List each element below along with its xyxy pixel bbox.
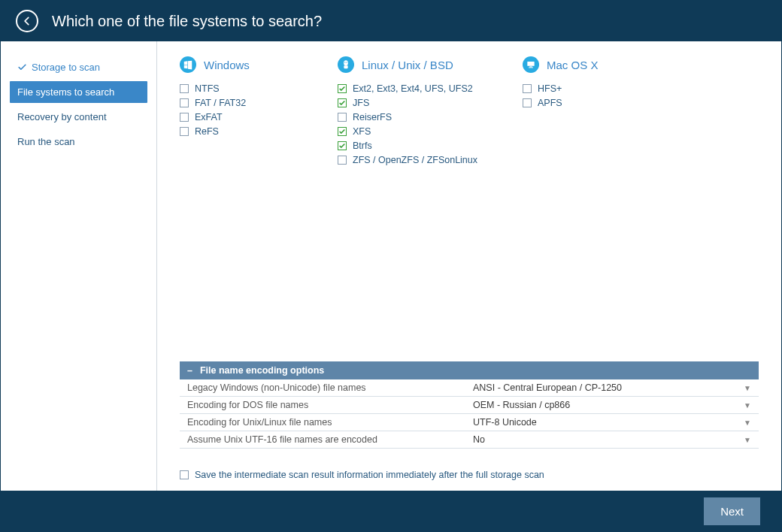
encoding-row: Assume Unix UTF-16 file names are encode… — [180, 431, 759, 449]
fs-label: Ext2, Ext3, Ext4, UFS, UFS2 — [353, 83, 473, 94]
filesystem-list-linux: Ext2, Ext3, Ext4, UFS, UFS2 JFS ReiserFS… — [338, 83, 477, 165]
collapse-icon: – — [187, 365, 192, 376]
fs-label: NTFS — [195, 83, 220, 94]
fs-label: APFS — [538, 98, 562, 108]
encoding-label: Encoding for Unix/Linux file names — [180, 414, 465, 431]
column-windows: Windows NTFS FAT / FAT32 ExFAT ReFS — [180, 56, 292, 165]
fs-apfs[interactable]: APFS — [523, 98, 635, 108]
body: Storage to scan File systems to search R… — [1, 41, 781, 491]
column-header: Linux / Unix / BSD — [338, 56, 477, 73]
fs-label: ReiserFS — [353, 112, 392, 122]
column-title: Linux / Unix / BSD — [362, 59, 453, 71]
column-header: Windows — [180, 56, 292, 73]
svg-point-2 — [347, 62, 347, 63]
fs-jfs[interactable]: JFS — [338, 98, 477, 108]
encoding-value-select[interactable]: ANSI - Central European / CP-1250▼ — [465, 379, 759, 396]
chevron-down-icon: ▼ — [744, 384, 751, 392]
linux-icon — [338, 56, 354, 73]
checkbox[interactable] — [180, 127, 189, 136]
page-title: Which one of the file systems to search? — [52, 13, 322, 30]
step-recovery-by-content[interactable]: Recovery by content — [10, 106, 147, 128]
step-file-systems[interactable]: File systems to search — [10, 81, 147, 103]
arrow-left-icon — [22, 16, 32, 26]
main: Windows NTFS FAT / FAT32 ExFAT ReFS Linu… — [157, 41, 781, 491]
spacer — [180, 165, 759, 354]
column-title: Mac OS X — [547, 59, 598, 71]
mac-icon — [523, 56, 539, 73]
encoding-panel: – File name encoding options Legacy Wind… — [180, 361, 759, 449]
sidebar: Storage to scan File systems to search R… — [1, 41, 157, 491]
chevron-down-icon: ▼ — [744, 401, 751, 410]
save-intermediate-label: Save the intermediate scan result inform… — [195, 470, 544, 480]
svg-point-0 — [344, 60, 348, 65]
fs-label: JFS — [353, 98, 369, 108]
encoding-label: Encoding for DOS file names — [180, 397, 465, 413]
windows-icon — [180, 56, 196, 73]
checkbox[interactable] — [523, 84, 532, 93]
encoding-row: Legacy Windows (non-Unicode) file names … — [180, 379, 759, 397]
fs-fat[interactable]: FAT / FAT32 — [180, 98, 292, 108]
fs-label: HFS+ — [538, 83, 562, 94]
encoding-label: Assume Unix UTF-16 file names are encode… — [180, 431, 465, 448]
fs-label: ZFS / OpenZFS / ZFSonLinux — [353, 155, 477, 165]
checkbox[interactable] — [338, 141, 347, 150]
fs-label: Btrfs — [353, 141, 372, 151]
filesystem-list-windows: NTFS FAT / FAT32 ExFAT ReFS — [180, 83, 292, 137]
step-label: Recovery by content — [17, 111, 107, 122]
fs-label: FAT / FAT32 — [195, 98, 246, 108]
step-label: Run the scan — [17, 136, 75, 147]
fs-refs[interactable]: ReFS — [180, 126, 292, 137]
fs-ntfs[interactable]: NTFS — [180, 83, 292, 94]
checkbox[interactable] — [180, 470, 189, 479]
encoding-title: File name encoding options — [200, 365, 324, 376]
step-run-the-scan[interactable]: Run the scan — [10, 131, 147, 153]
fs-btrfs[interactable]: Btrfs — [338, 141, 477, 151]
checkbox[interactable] — [338, 84, 347, 93]
save-intermediate-checkbox[interactable]: Save the intermediate scan result inform… — [180, 470, 759, 480]
checkbox[interactable] — [338, 113, 347, 122]
checkbox[interactable] — [338, 156, 347, 165]
fs-label: XFS — [353, 126, 371, 137]
fs-zfs[interactable]: ZFS / OpenZFS / ZFSonLinux — [338, 155, 477, 165]
column-header: Mac OS X — [523, 56, 635, 73]
checkbox[interactable] — [180, 113, 189, 122]
filesystem-columns: Windows NTFS FAT / FAT32 ExFAT ReFS Linu… — [180, 56, 759, 165]
encoding-header[interactable]: – File name encoding options — [180, 361, 759, 379]
checkbox[interactable] — [338, 98, 347, 107]
encoding-row: Encoding for DOS file names OEM - Russia… — [180, 397, 759, 414]
column-title: Windows — [204, 59, 250, 71]
chevron-down-icon: ▼ — [744, 436, 751, 444]
checkbox[interactable] — [523, 98, 532, 107]
step-label: File systems to search — [17, 86, 114, 98]
encoding-label: Legacy Windows (non-Unicode) file names — [180, 379, 465, 396]
fs-exfat[interactable]: ExFAT — [180, 112, 292, 122]
fs-label: ExFAT — [195, 112, 223, 122]
encoding-value-select[interactable]: OEM - Russian / cp866▼ — [465, 397, 759, 413]
back-button[interactable] — [16, 10, 38, 32]
svg-rect-4 — [529, 66, 532, 67]
checkbox[interactable] — [180, 98, 189, 107]
check-icon — [17, 62, 27, 72]
encoding-row: Encoding for Unix/Linux file names UTF-8… — [180, 414, 759, 431]
encoding-value-select[interactable]: No▼ — [465, 431, 759, 448]
encoding-value-select[interactable]: UTF-8 Unicode▼ — [465, 414, 759, 431]
fs-reiserfs[interactable]: ReiserFS — [338, 112, 477, 122]
footer: Next — [1, 491, 781, 532]
svg-point-1 — [344, 62, 345, 63]
fs-hfs[interactable]: HFS+ — [523, 83, 635, 94]
next-button[interactable]: Next — [704, 497, 760, 525]
step-storage-to-scan[interactable]: Storage to scan — [10, 56, 147, 78]
svg-rect-3 — [527, 62, 534, 66]
filesystem-list-mac: HFS+ APFS — [523, 83, 635, 108]
fs-xfs[interactable]: XFS — [338, 126, 477, 137]
fs-ext[interactable]: Ext2, Ext3, Ext4, UFS, UFS2 — [338, 83, 477, 94]
header: Which one of the file systems to search? — [1, 1, 781, 41]
step-label: Storage to scan — [32, 62, 100, 73]
checkbox[interactable] — [180, 84, 189, 93]
svg-rect-5 — [529, 68, 533, 68]
checkbox[interactable] — [338, 127, 347, 136]
column-linux: Linux / Unix / BSD Ext2, Ext3, Ext4, UFS… — [338, 56, 477, 165]
column-mac: Mac OS X HFS+ APFS — [523, 56, 635, 165]
fs-label: ReFS — [195, 126, 219, 137]
chevron-down-icon: ▼ — [744, 419, 751, 427]
